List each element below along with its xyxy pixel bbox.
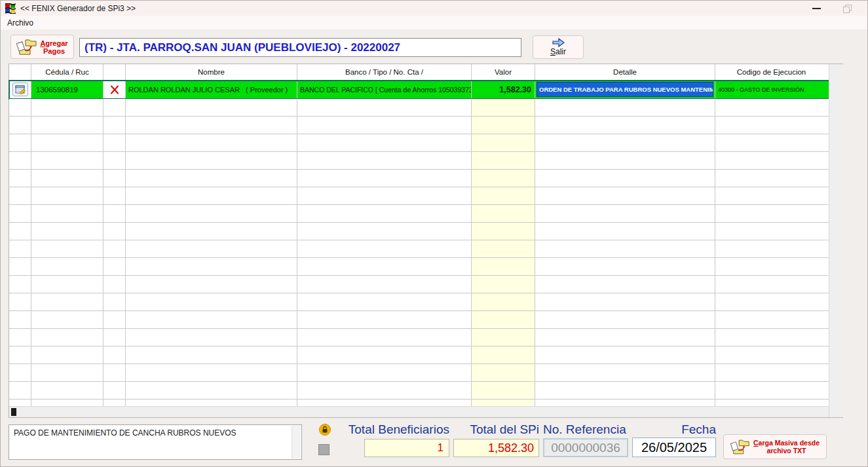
horizontal-scrollbar-thumb[interactable] xyxy=(11,408,16,416)
grid-empty-cell xyxy=(535,258,715,275)
grid-empty-cell xyxy=(715,346,827,364)
edit-row-button[interactable] xyxy=(12,83,28,96)
grid-header-valor[interactable]: Valor xyxy=(472,64,535,80)
grid-empty-row[interactable] xyxy=(9,364,829,382)
grid-empty-cell xyxy=(126,329,297,346)
concept-scrollbar[interactable] xyxy=(292,426,301,458)
grid-empty-cell xyxy=(472,170,535,187)
gray-square-button[interactable] xyxy=(318,444,330,455)
payments-grid: Cédula / Ruc Nombre Banco / Tipo / No. C… xyxy=(9,64,843,418)
menu-archivo[interactable]: Archivo xyxy=(2,17,39,29)
grid-empty-row[interactable] xyxy=(9,134,829,152)
grid-empty-row[interactable] xyxy=(9,187,829,205)
grid-empty-cell xyxy=(126,240,297,257)
grid-empty-cell xyxy=(715,117,827,134)
referencia-label: No. Referencia xyxy=(543,422,626,437)
grid-empty-cell xyxy=(535,99,715,116)
grid-empty-cell xyxy=(472,276,535,293)
grid-empty-cell xyxy=(715,276,827,293)
grid-empty-cell xyxy=(31,346,104,364)
grid-empty-cell xyxy=(126,311,297,328)
total-beneficiarios-value: 1 xyxy=(364,439,449,457)
grid-vertical-scrollbar[interactable] xyxy=(829,64,843,417)
grid-header-codigo[interactable]: Codigo de Ejecucion xyxy=(715,64,827,80)
grid-empty-cell xyxy=(297,187,472,204)
agregar-pagos-label-line1: Agregar xyxy=(40,39,67,47)
grid-empty-cell xyxy=(31,364,104,381)
grid-empty-cell xyxy=(104,205,126,222)
edit-form-icon xyxy=(15,85,26,94)
grid-empty-cell xyxy=(297,364,472,381)
detalle-selected-cell[interactable]: ORDEN DE TRABAJO PARA RUBROS NUEVOS MANT… xyxy=(537,82,713,97)
grid-empty-cell xyxy=(126,205,297,222)
grid-empty-row[interactable] xyxy=(9,170,829,187)
grid-empty-row[interactable] xyxy=(9,293,829,311)
grid-empty-row[interactable] xyxy=(9,152,829,170)
grid-empty-cell xyxy=(126,346,297,364)
grid-empty-row[interactable] xyxy=(9,276,829,293)
grid-header-cedula[interactable]: Cédula / Ruc xyxy=(31,64,104,80)
grid-empty-cell xyxy=(126,364,297,381)
grid-empty-row[interactable] xyxy=(9,99,829,117)
grid-empty-cell xyxy=(535,187,715,204)
grid-empty-cell xyxy=(126,382,297,399)
grid-empty-cell xyxy=(472,134,535,151)
grid-empty-row[interactable] xyxy=(9,258,829,276)
row-delete-cell xyxy=(104,81,126,98)
row-nombre-cell[interactable]: ROLDAN ROLDAN JULIO CESAR ( Proveedor ) xyxy=(126,81,297,98)
grid-empty-row[interactable] xyxy=(9,205,829,223)
grid-empty-row[interactable] xyxy=(9,329,829,346)
row-cedula-cell[interactable]: 1306590819 xyxy=(31,81,104,98)
grid-empty-cell xyxy=(104,240,126,257)
exit-arrow-icon xyxy=(551,38,565,47)
grid-empty-cell xyxy=(31,134,104,151)
grid-empty-cell xyxy=(472,117,535,134)
grid-empty-cell xyxy=(472,364,535,381)
grid-empty-cell xyxy=(715,170,827,187)
grid-data-row[interactable]: 1306590819 ROLDAN ROLDAN JULIO CESAR ( P… xyxy=(9,81,842,99)
grid-header-banco[interactable]: Banco / Tipo / No. Cta / xyxy=(297,64,472,80)
grid-empty-cell xyxy=(472,329,535,346)
grid-empty-cell xyxy=(535,223,715,240)
grid-empty-cell xyxy=(535,311,715,328)
grid-header-detalle[interactable]: Detalle xyxy=(535,64,715,80)
row-valor-cell[interactable]: 1,582.30 xyxy=(472,81,535,98)
salir-button[interactable]: Salir xyxy=(533,35,584,59)
grid-empty-cell xyxy=(297,223,472,240)
grid-empty-cell xyxy=(104,117,126,134)
fecha-field[interactable]: 26/05/2025 xyxy=(632,438,716,457)
grid-empty-row[interactable] xyxy=(9,240,829,258)
minimize-button[interactable] xyxy=(801,1,831,16)
grid-empty-cell xyxy=(104,223,126,240)
grid-empty-cell xyxy=(715,364,827,381)
entity-name-field[interactable]: (TR) - JTA. PARROQ.SAN JUAN (PUEBLOVIEJO… xyxy=(79,38,521,57)
grid-empty-row[interactable] xyxy=(9,117,829,134)
grid-empty-cell xyxy=(9,364,31,381)
grid-empty-cell xyxy=(715,329,827,346)
delete-x-icon[interactable] xyxy=(109,84,120,95)
grid-empty-row[interactable] xyxy=(9,223,829,240)
grid-empty-cell xyxy=(472,152,535,169)
grid-empty-cell xyxy=(297,276,472,293)
grid-empty-row[interactable] xyxy=(9,382,829,400)
grid-horizontal-scrollbar[interactable] xyxy=(9,406,829,417)
grid-empty-cell xyxy=(9,311,31,328)
grid-empty-cell xyxy=(297,170,472,187)
grid-header-nombre[interactable]: Nombre xyxy=(126,64,297,80)
grid-empty-cell xyxy=(297,99,472,116)
grid-empty-cell xyxy=(472,187,535,204)
row-banco-cell[interactable]: BANCO DEL PACIFICO [ Cuenta de Ahorros 1… xyxy=(297,81,472,98)
restore-button[interactable] xyxy=(831,1,861,16)
grid-empty-row[interactable] xyxy=(9,311,829,329)
grid-empty-cell xyxy=(9,117,31,134)
agregar-pagos-button[interactable]: Agregar Pagos xyxy=(10,35,74,59)
grid-empty-cell xyxy=(104,170,126,187)
concept-textarea[interactable]: PAGO DE MANTENIMIENTO DE CANCHA RUBROS N… xyxy=(9,424,302,460)
grid-empty-row[interactable] xyxy=(9,346,829,364)
grid-empty-cell xyxy=(104,346,126,364)
grid-empty-cell xyxy=(535,364,715,381)
carga-masiva-button[interactable]: Carga Masiva desde archivo TXT xyxy=(723,434,827,459)
grid-empty-cell xyxy=(472,382,535,399)
grid-empty-cell xyxy=(104,293,126,310)
row-codigo-cell[interactable]: 40300 - GASTO DE INVERSIÓN xyxy=(715,81,827,98)
